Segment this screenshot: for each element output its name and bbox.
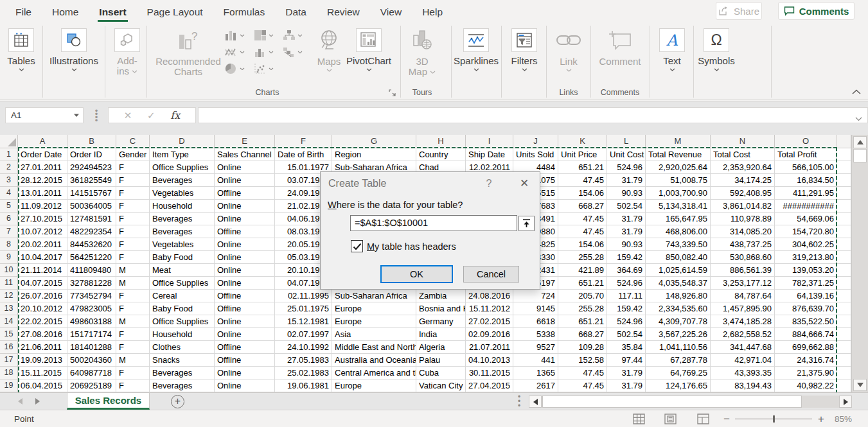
cell-J18[interactable]: 1365 xyxy=(513,367,558,379)
normal-view-button[interactable] xyxy=(633,414,645,424)
cell-N11[interactable]: 3,253,177.12 xyxy=(711,277,775,290)
cell-M2[interactable]: 2,920,025.64 xyxy=(646,161,711,174)
cell-G15[interactable]: Asia xyxy=(332,328,416,341)
cell-G13[interactable]: Europe xyxy=(332,302,416,315)
column-header-K[interactable]: K xyxy=(558,135,607,148)
cell-B16[interactable]: 181401288 xyxy=(67,341,116,354)
link-button[interactable]: Link xyxy=(554,26,583,72)
column-chart-button[interactable] xyxy=(225,27,247,44)
cell-D4[interactable]: Vegetables xyxy=(150,187,215,200)
column-header-extra[interactable] xyxy=(837,135,851,148)
cell-A3[interactable]: 28.12.2015 xyxy=(18,174,67,187)
cell-A2[interactable]: 27.01.2011 xyxy=(18,161,67,174)
cell-E13[interactable]: Offline xyxy=(215,302,275,315)
ribbon-tab-page-layout[interactable]: Page Layout xyxy=(146,2,204,22)
cell-K16[interactable]: 109.28 xyxy=(558,341,607,354)
cancel-button[interactable]: Cancel xyxy=(463,266,519,283)
cell-B2[interactable]: 292494523 xyxy=(67,161,116,174)
scroll-up-button[interactable] xyxy=(853,136,867,148)
cell-N8[interactable]: 438,737.25 xyxy=(711,238,775,251)
collapse-ribbon-chevron-icon[interactable] xyxy=(852,89,861,94)
cell-B19[interactable]: 206925189 xyxy=(67,379,116,392)
cell-K1[interactable]: Unit Price xyxy=(558,148,607,161)
select-all-corner[interactable] xyxy=(0,135,18,148)
cell-A9[interactable]: 10.04.2017 xyxy=(18,251,67,264)
ribbon-tab-help[interactable]: Help xyxy=(421,2,444,22)
cell-C7[interactable]: F xyxy=(116,225,150,238)
cell-M9[interactable]: 850,082.40 xyxy=(646,251,711,264)
cell-E12[interactable]: Offline xyxy=(215,290,275,302)
cell-H19[interactable]: Vatican City State xyxy=(416,379,466,392)
cell-O16[interactable]: 699,662.88 xyxy=(775,341,837,354)
cell-K11[interactable]: 651.21 xyxy=(558,277,607,290)
scroll-right-button[interactable] xyxy=(839,396,852,408)
cell-M19[interactable]: 124,176.65 xyxy=(646,379,711,392)
horizontal-scrollbar[interactable] xyxy=(529,396,852,408)
column-header-C[interactable]: C xyxy=(116,135,150,148)
column-header-B[interactable]: B xyxy=(67,135,116,148)
cell-O4[interactable]: 411,291.95 xyxy=(775,187,837,200)
cell-E17[interactable]: Offline xyxy=(215,354,275,367)
treemap-chart-button[interactable] xyxy=(254,27,276,44)
cell-A12[interactable]: 26.07.2016 xyxy=(18,290,67,302)
cell-A15[interactable]: 27.08.2016 xyxy=(18,328,67,341)
cell-O1[interactable]: Total Profit xyxy=(775,148,837,161)
cell-N4[interactable]: 592,408.95 xyxy=(711,187,775,200)
cell-H1[interactable]: Country xyxy=(416,148,466,161)
cell-J16[interactable]: 9527 xyxy=(513,341,558,354)
row-header-2[interactable]: 2 xyxy=(0,161,18,174)
headers-checkbox[interactable] xyxy=(351,240,363,252)
cell-M10[interactable]: 1,025,614.59 xyxy=(646,264,711,277)
cell-A11[interactable]: 04.07.2015 xyxy=(18,277,67,290)
column-header-I[interactable]: I xyxy=(466,135,513,148)
ribbon-tab-view[interactable]: View xyxy=(379,2,403,22)
cell-A13[interactable]: 20.10.2012 xyxy=(18,302,67,315)
ribbon-tab-file[interactable]: File xyxy=(14,2,33,22)
cell-K7[interactable]: 47.45 xyxy=(558,225,607,238)
row-header-5[interactable]: 5 xyxy=(0,200,18,213)
comments-button[interactable]: Comments xyxy=(778,2,855,20)
text-button[interactable]: A Text xyxy=(657,26,687,71)
cell-A16[interactable]: 21.06.2011 xyxy=(18,341,67,354)
cell-C14[interactable]: M xyxy=(116,315,150,328)
cell-L18[interactable]: 31.79 xyxy=(607,367,646,379)
column-header-N[interactable]: N xyxy=(711,135,775,148)
cell-O12[interactable]: 64,139.16 xyxy=(775,290,837,302)
row-header-16[interactable]: 16 xyxy=(0,341,18,354)
row-header-12[interactable]: 12 xyxy=(0,290,18,302)
cell-N7[interactable]: 314,085.20 xyxy=(711,225,775,238)
cell-P8[interactable] xyxy=(837,238,851,251)
column-header-D[interactable]: D xyxy=(150,135,215,148)
cell-F12[interactable]: 02.11.1995 xyxy=(275,290,332,302)
cell-P15[interactable] xyxy=(837,328,851,341)
cell-O6[interactable]: 54,669.06 xyxy=(775,213,837,225)
cell-B4[interactable]: 141515767 xyxy=(67,187,116,200)
cell-P3[interactable] xyxy=(837,174,851,187)
cell-L7[interactable]: 31.79 xyxy=(607,225,646,238)
cell-C18[interactable]: F xyxy=(116,367,150,379)
name-box[interactable]: A1 xyxy=(5,107,84,123)
cell-L2[interactable]: 524.96 xyxy=(607,161,646,174)
cell-P11[interactable] xyxy=(837,277,851,290)
row-header-17[interactable]: 17 xyxy=(0,354,18,367)
dialog-help-icon[interactable]: ? xyxy=(483,178,495,189)
cell-H15[interactable]: India xyxy=(416,328,466,341)
cell-A4[interactable]: 13.01.2011 xyxy=(18,187,67,200)
cell-E14[interactable]: Online xyxy=(215,315,275,328)
cell-L4[interactable]: 90.93 xyxy=(607,187,646,200)
column-header-J[interactable]: J xyxy=(513,135,558,148)
cell-K19[interactable]: 47.45 xyxy=(558,379,607,392)
cell-L3[interactable]: 31.79 xyxy=(607,174,646,187)
cell-E4[interactable]: Offline xyxy=(215,187,275,200)
cell-G18[interactable]: Central America and the Caribbean xyxy=(332,367,416,379)
cell-M3[interactable]: 51,008.75 xyxy=(646,174,711,187)
cell-G17[interactable]: Australia and Oceania xyxy=(332,354,416,367)
cell-E3[interactable]: Online xyxy=(215,174,275,187)
cell-M4[interactable]: 1,003,700.90 xyxy=(646,187,711,200)
cell-C10[interactable]: M xyxy=(116,264,150,277)
cell-D17[interactable]: Snacks xyxy=(150,354,215,367)
row-header-14[interactable]: 14 xyxy=(0,315,18,328)
cell-D5[interactable]: Household xyxy=(150,200,215,213)
cell-C9[interactable]: F xyxy=(116,251,150,264)
row-header-10[interactable]: 10 xyxy=(0,264,18,277)
